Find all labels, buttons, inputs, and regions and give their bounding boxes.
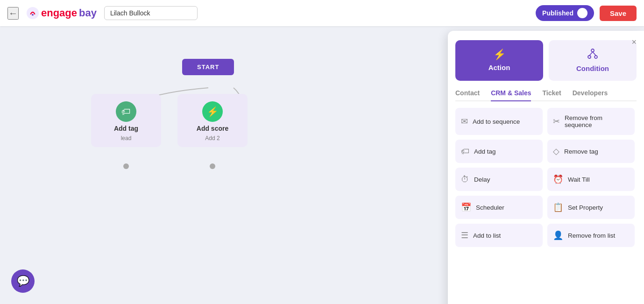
remove-from-sequence-icon: ✂ [553, 116, 560, 127]
logo-icon [26, 7, 39, 20]
add-tag-icon: 🏷 [116, 101, 136, 122]
scheduler-icon: 📅 [461, 202, 471, 212]
published-toggle[interactable]: Published [536, 5, 594, 21]
add-to-sequence-label: Add to sequence [473, 118, 520, 125]
subtab-developers[interactable]: Developers [573, 89, 608, 101]
add-score-subtitle: Add 2 [205, 135, 219, 141]
delay-label: Delay [474, 176, 490, 183]
scheduler-label: Scheduler [476, 204, 504, 211]
set-property-icon: 📋 [553, 202, 563, 212]
add-tag-node[interactable]: 🏷 Add tag lead [91, 94, 161, 147]
action-set-property[interactable]: 📋 Set Property [547, 196, 635, 219]
actions-grid: ✉ Add to sequence ✂ Remove from sequence… [455, 108, 637, 247]
sub-tabs: Contact CRM & Sales Ticket Developers [455, 89, 637, 101]
add-tag-action-icon: 🏷 [461, 147, 469, 156]
svg-point-6 [123, 163, 129, 169]
chat-support-button[interactable]: 💬 [11, 269, 35, 293]
condition-tab-label: Condition [576, 64, 609, 72]
automation-title-input[interactable] [104, 6, 198, 20]
logo-bay: bay [79, 7, 97, 19]
svg-point-7 [210, 163, 215, 169]
action-add-to-list[interactable]: ☰ Add to list [455, 224, 543, 247]
add-tag-action-label: Add tag [474, 148, 496, 155]
add-tag-title: Add tag [114, 125, 138, 132]
action-add-to-sequence[interactable]: ✉ Add to sequence [455, 108, 543, 135]
add-score-icon: ⚡ [202, 101, 223, 122]
remove-from-sequence-label: Remove from sequence [565, 114, 629, 128]
action-remove-tag[interactable]: ◇ Remove tag [547, 140, 635, 163]
chat-bubble-icon: 💬 [17, 275, 29, 287]
add-tag-subtitle: lead [121, 135, 132, 141]
action-remove-from-list[interactable]: 👤 Remove from list [547, 224, 635, 247]
svg-point-0 [27, 7, 39, 19]
toggle-circle [577, 8, 587, 18]
condition-tab-icon [587, 49, 598, 62]
logo: engagebay [26, 7, 97, 20]
action-wait-till[interactable]: ⏰ Wait Till [547, 168, 635, 191]
set-property-label: Set Property [568, 204, 603, 211]
subtab-crm-sales[interactable]: CRM & Sales [491, 89, 531, 101]
svg-point-8 [591, 49, 594, 52]
action-add-tag[interactable]: 🏷 Add tag [455, 140, 543, 163]
remove-from-list-icon: 👤 [553, 230, 563, 240]
subtab-ticket[interactable]: Ticket [542, 89, 561, 101]
add-to-sequence-icon: ✉ [461, 116, 468, 127]
subtab-contact[interactable]: Contact [455, 89, 480, 101]
action-tab-icon: ⚡ [493, 49, 506, 61]
panel-close-button[interactable]: × [631, 37, 637, 47]
logo-engage: engage [41, 7, 77, 19]
remove-tag-icon: ◇ [553, 146, 559, 156]
header-right: Published Save [536, 5, 637, 21]
svg-point-10 [594, 56, 597, 58]
svg-point-9 [588, 56, 591, 58]
tab-condition[interactable]: Condition [549, 40, 637, 81]
action-scheduler[interactable]: 📅 Scheduler [455, 196, 543, 219]
add-to-list-label: Add to list [473, 232, 501, 239]
action-remove-from-sequence[interactable]: ✂ Remove from sequence [547, 108, 635, 135]
wait-till-icon: ⏰ [553, 174, 563, 184]
published-label: Published [542, 9, 573, 17]
save-button[interactable]: Save [600, 6, 637, 21]
back-icon: ← [8, 8, 18, 19]
start-node: START [182, 59, 234, 75]
action-panel: × ⚡ Action Condition Co [448, 31, 644, 304]
add-to-list-icon: ☰ [461, 230, 468, 240]
remove-from-list-label: Remove from list [568, 232, 615, 239]
canvas: + START 🏷 Add tag lead ⚡ Add score Add 2… [0, 26, 644, 304]
header: ← engagebay Published Save [0, 0, 644, 26]
delay-icon: ⏱ [461, 175, 469, 184]
remove-tag-label: Remove tag [564, 148, 598, 155]
add-score-node[interactable]: ⚡ Add score Add 2 [177, 94, 248, 147]
svg-point-1 [32, 14, 34, 16]
start-label: START [197, 64, 219, 71]
action-delay[interactable]: ⏱ Delay [455, 168, 543, 191]
condition-icon-svg [587, 49, 598, 59]
tab-action[interactable]: ⚡ Action [455, 40, 543, 81]
add-score-title: Add score [197, 125, 228, 132]
type-tabs: ⚡ Action Condition [455, 40, 637, 81]
action-tab-label: Action [488, 64, 510, 71]
wait-till-label: Wait Till [568, 176, 590, 183]
back-button[interactable]: ← [7, 7, 19, 20]
